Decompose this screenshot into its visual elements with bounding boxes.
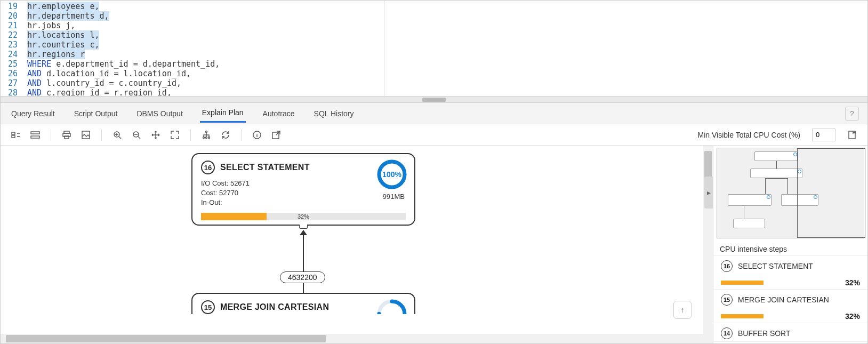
cpu-steps-list: 16SELECT STATEMENT32%15MERGE JOIN CARTES…: [713, 255, 867, 343]
code-line[interactable]: 27AND l.country_id = c.country_id,: [6, 78, 384, 88]
fit-screen-icon[interactable]: [169, 129, 181, 141]
code-line[interactable]: 23hr.countries c,: [6, 40, 384, 50]
code-line[interactable]: 20hr.departments d,: [6, 11, 384, 21]
app-root: 19hr.employees e,20hr.departments d,21hr…: [0, 0, 868, 344]
line-number: 20: [6, 11, 27, 21]
step-number-badge: 16: [721, 260, 733, 272]
vertical-scrollbar[interactable]: [703, 146, 713, 343]
cpu-steps-title: CPU intensive steps: [713, 241, 867, 255]
info-icon[interactable]: [251, 129, 263, 141]
cpu-step-name: MERGE JOIN CARTESIAN: [738, 295, 829, 304]
plan-node-stats: I/O Cost: 52671Cost: 52770In-Out:: [201, 179, 406, 207]
explain-toolbar: Min Visible Total CPU Cost (%): [1, 124, 867, 146]
print-icon[interactable]: [61, 129, 73, 141]
code-line[interactable]: 21hr.jobs j,: [6, 21, 384, 30]
open-external-icon[interactable]: [270, 129, 282, 141]
edge-cardinality-badge: 4632200: [280, 271, 325, 283]
svg-point-11: [203, 137, 205, 138]
zoom-in-icon[interactable]: [111, 129, 123, 141]
cpu-step-pct: 32%: [845, 278, 860, 287]
cpu-step-pct: 32%: [845, 312, 860, 321]
tab-query-result[interactable]: Query Result: [9, 105, 57, 122]
zoom-out-icon[interactable]: [131, 129, 142, 141]
line-number: 27: [6, 78, 27, 88]
sql-editor[interactable]: 19hr.employees e,20hr.departments d,21hr…: [1, 1, 384, 96]
line-number: 25: [6, 59, 27, 69]
tab-dbms-output[interactable]: DBMS Output: [134, 105, 184, 122]
code-line[interactable]: 28AND c.region_id = r.region_id,: [6, 88, 384, 96]
cpu-step-name: SELECT STATEMENT: [738, 262, 813, 270]
collapse-all-icon[interactable]: [10, 129, 22, 141]
svg-rect-2: [31, 132, 39, 134]
plan-node-size: 991MB: [383, 193, 405, 201]
editor-pane: 19hr.employees e,20hr.departments d,21hr…: [1, 1, 867, 97]
side-panel-collapse-handle[interactable]: ▸: [704, 177, 713, 209]
horizontal-splitter[interactable]: [1, 97, 867, 103]
refresh-icon[interactable]: [220, 129, 231, 141]
plan-minimap[interactable]: [717, 148, 864, 238]
plan-node-15[interactable]: 15MERGE JOIN CARTESIAN: [191, 293, 415, 314]
svg-rect-3: [31, 136, 39, 138]
cpu-ring-icon: [377, 299, 407, 314]
cpu-step-item[interactable]: 16SELECT STATEMENT32%: [713, 256, 867, 290]
code-line[interactable]: 24hr.regions r: [6, 50, 384, 59]
cpu-step-item[interactable]: 15MERGE JOIN CARTESIAN32%: [713, 290, 867, 323]
code-line[interactable]: 22hr.locations l,: [6, 30, 384, 40]
cpu-bar: 32%: [201, 213, 406, 220]
tab-sql-history[interactable]: SQL History: [312, 105, 356, 122]
plan-node-title: MERGE JOIN CARTESIAN: [220, 302, 329, 312]
svg-rect-0: [12, 132, 15, 134]
step-number-badge: 16: [201, 161, 215, 174]
tab-explain-plan[interactable]: Explain Plan: [200, 104, 246, 123]
svg-point-12: [206, 137, 207, 138]
line-number: 21: [6, 21, 27, 30]
tab-autotrace[interactable]: Autotrace: [261, 105, 297, 122]
line-number: 24: [6, 50, 27, 59]
step-number-badge: 15: [721, 294, 733, 306]
tree-layout-icon[interactable]: [200, 129, 212, 141]
arrow-up-icon: ↑: [681, 306, 685, 314]
cpu-mini-bar: [721, 314, 763, 318]
line-number: 26: [6, 69, 27, 78]
splitter-grip-icon: [422, 98, 446, 102]
pan-icon[interactable]: [150, 129, 162, 141]
svg-rect-1: [12, 135, 15, 138]
min-cpu-cost-label: Min Visible Total CPU Cost (%): [698, 131, 800, 139]
code-line[interactable]: 19hr.employees e,: [6, 2, 384, 11]
scrollbar-thumb[interactable]: [6, 335, 326, 342]
explain-plan-content: 16SELECT STATEMENTI/O Cost: 52671Cost: 5…: [1, 146, 867, 343]
plan-node-title: SELECT STATEMENT: [220, 163, 310, 172]
cpu-step-name: BUFFER SORT: [738, 329, 791, 338]
notes-icon[interactable]: [846, 129, 858, 141]
line-number: 22: [6, 30, 27, 40]
line-number: 19: [6, 2, 27, 11]
line-number: 23: [6, 40, 27, 50]
min-cpu-cost-input[interactable]: [812, 129, 835, 141]
cpu-step-item[interactable]: 14BUFFER SORT: [713, 323, 867, 342]
tab-script-output[interactable]: Script Output: [72, 105, 120, 122]
svg-point-10: [206, 131, 207, 132]
cpu-steps-panel: CPU intensive steps 16SELECT STATEMENT32…: [713, 146, 867, 343]
step-number-badge: 15: [201, 300, 215, 314]
cpu-mini-bar: [721, 281, 763, 285]
help-button[interactable]: ?: [845, 107, 859, 121]
plan-diagram-viewport[interactable]: 16SELECT STATEMENTI/O Cost: 52671Cost: 5…: [1, 146, 713, 343]
scroll-to-top-button[interactable]: ↑: [673, 301, 692, 319]
help-icon: ?: [850, 109, 854, 118]
step-number-badge: 14: [721, 327, 733, 339]
editor-right-pane: [384, 1, 867, 96]
expand-all-icon[interactable]: [29, 129, 41, 141]
save-image-icon[interactable]: [80, 129, 92, 141]
horizontal-scrollbar[interactable]: [1, 334, 703, 343]
svg-point-13: [208, 137, 210, 138]
line-number: 28: [6, 88, 27, 96]
code-line[interactable]: 26AND d.location_id = l.location_id,: [6, 69, 384, 78]
code-line[interactable]: 25WHERE e.department_id = d.department_i…: [6, 59, 384, 69]
cpu-ring-icon: 100%: [377, 159, 407, 189]
plan-node-16[interactable]: 16SELECT STATEMENTI/O Cost: 52671Cost: 5…: [191, 153, 415, 226]
output-tabs: Query ResultScript OutputDBMS OutputExpl…: [1, 103, 867, 124]
